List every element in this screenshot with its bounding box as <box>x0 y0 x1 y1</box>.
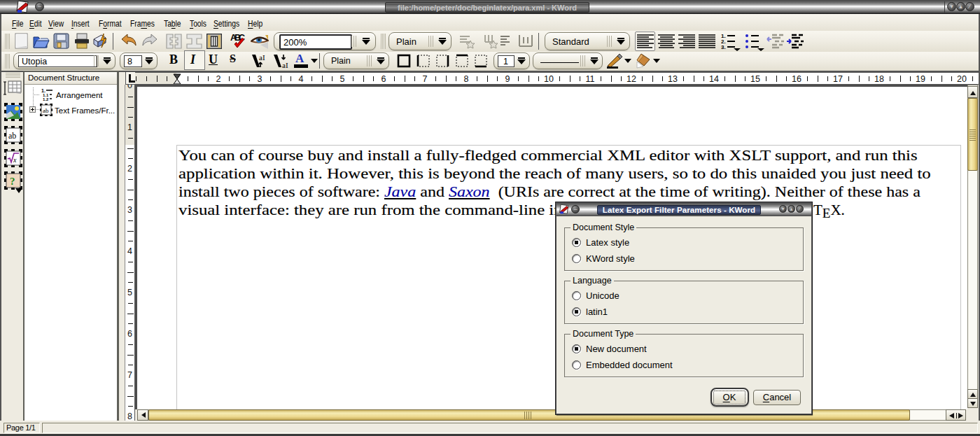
svg-text:?: ? <box>10 176 15 187</box>
svg-text:1.2: 1.2 <box>43 97 49 101</box>
svg-text:aI: aI <box>259 53 265 62</box>
svg-text:ab: ab <box>43 107 49 114</box>
svg-text:3.: 3. <box>721 44 726 50</box>
svg-text:ab: ab <box>8 131 16 141</box>
svg-text:aI: aI <box>282 61 288 69</box>
svg-text:1.: 1. <box>41 88 46 93</box>
svg-text:x: x <box>13 156 17 164</box>
